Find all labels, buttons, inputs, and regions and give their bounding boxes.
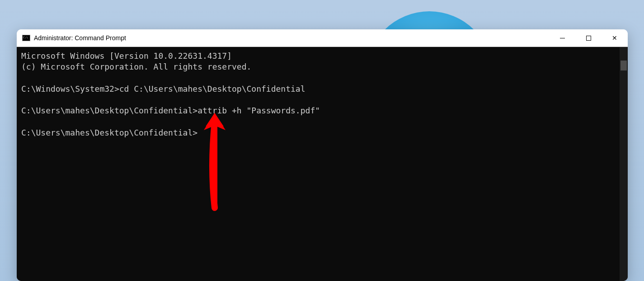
- window-controls: ✕: [549, 29, 628, 47]
- terminal-line: C:\Users\mahes\Desktop\Confidential>attr…: [21, 106, 320, 115]
- close-icon: ✕: [612, 35, 617, 41]
- terminal-line: C:\Windows\System32>cd C:\Users\mahes\De…: [21, 84, 306, 94]
- scrollbar[interactable]: [620, 47, 628, 281]
- scrollbar-thumb[interactable]: [620, 61, 627, 70]
- minimize-icon: [560, 38, 565, 38]
- cmd-icon: [22, 35, 30, 41]
- command-prompt-window: Administrator: Command Prompt ✕ Microsof…: [17, 29, 628, 281]
- titlebar[interactable]: Administrator: Command Prompt ✕: [17, 29, 628, 47]
- maximize-button[interactable]: [575, 29, 602, 47]
- minimize-button[interactable]: [549, 29, 575, 47]
- close-button[interactable]: ✕: [602, 29, 628, 47]
- terminal-line: (c) Microsoft Corporation. All rights re…: [21, 62, 251, 71]
- maximize-icon: [586, 36, 591, 41]
- window-title: Administrator: Command Prompt: [34, 34, 549, 42]
- terminal-output[interactable]: Microsoft Windows [Version 10.0.22631.43…: [17, 47, 620, 281]
- terminal-line: Microsoft Windows [Version 10.0.22631.43…: [21, 51, 232, 61]
- terminal-area: Microsoft Windows [Version 10.0.22631.43…: [17, 47, 628, 281]
- terminal-line: C:\Users\mahes\Desktop\Confidential>: [21, 128, 197, 137]
